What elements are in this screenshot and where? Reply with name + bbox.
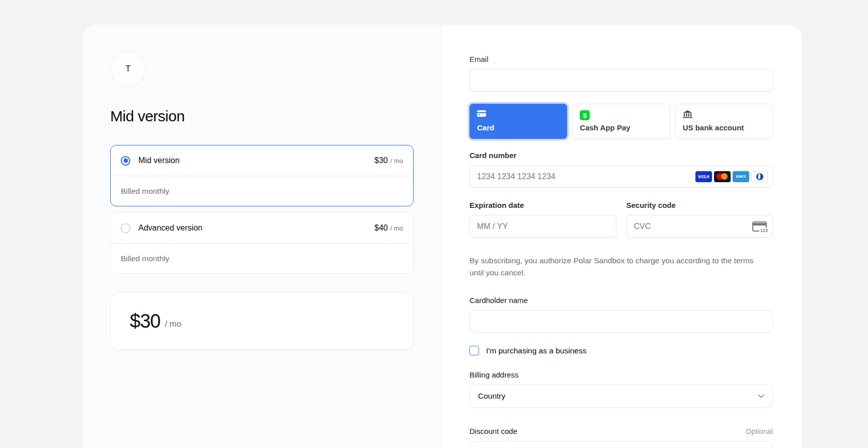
- price-options: Mid version $30 / mo Billed monthly Adva…: [110, 145, 414, 274]
- billing-note: Billed monthly: [111, 176, 413, 206]
- total-price-card: $30 / mo: [110, 292, 414, 350]
- cvc-card-icon: 123: [752, 221, 767, 232]
- bank-icon: [683, 110, 692, 118]
- option-price: $30: [374, 156, 388, 165]
- total-amount: $30: [130, 311, 160, 332]
- cardholder-name-input[interactable]: [469, 310, 773, 333]
- payment-method-tabs: Card $ Cash App Pay US bank account: [469, 104, 773, 139]
- amex-icon: AMEX: [733, 171, 749, 182]
- discount-code-label: Discount code: [469, 426, 517, 437]
- radio-unselected-icon[interactable]: [121, 223, 130, 233]
- product-panel: T Mid version Mid version $30 / mo Bille…: [82, 25, 442, 448]
- diners-icon: [751, 171, 768, 182]
- option-name: Advanced version: [138, 223, 202, 233]
- tab-us-bank-account[interactable]: US bank account: [675, 104, 773, 139]
- subscription-disclaimer: By subscribing, you authorize Polar Sand…: [469, 255, 754, 278]
- option-advanced-version[interactable]: Advanced version $40 / mo Billed monthly: [110, 212, 414, 274]
- option-interval: / mo: [390, 225, 403, 232]
- business-checkbox[interactable]: [469, 346, 479, 355]
- option-mid-version[interactable]: Mid version $30 / mo Billed monthly: [110, 145, 414, 206]
- security-code-label: Security code: [626, 200, 773, 211]
- expiration-input[interactable]: [469, 215, 616, 238]
- business-checkbox-label: I'm purchasing as a business: [486, 346, 586, 355]
- mastercard-icon: [714, 171, 731, 182]
- chevron-down-icon: [758, 394, 764, 398]
- option-interval: / mo: [390, 157, 403, 165]
- cvc-input[interactable]: [626, 215, 773, 238]
- email-label: Email: [469, 54, 773, 65]
- tab-card[interactable]: Card: [469, 104, 567, 139]
- tab-cash-app-pay[interactable]: $ Cash App Pay: [572, 104, 670, 139]
- option-name: Mid version: [138, 156, 180, 165]
- total-interval: / mo: [165, 319, 181, 329]
- product-title: Mid version: [110, 108, 414, 125]
- email-input[interactable]: [469, 69, 773, 92]
- checkout-card: T Mid version Mid version $30 / mo Bille…: [82, 25, 802, 448]
- visa-icon: VISA: [695, 171, 712, 182]
- country-select[interactable]: Country: [469, 385, 773, 408]
- option-price: $40: [374, 223, 388, 233]
- card-brand-icons: VISA AMEX: [695, 171, 768, 182]
- payment-panel: Email Card $ Cash App Pay: [442, 25, 802, 448]
- organization-avatar: T: [110, 51, 146, 87]
- avatar-letter: T: [125, 64, 130, 74]
- expiration-label: Expiration date: [469, 200, 616, 211]
- billing-note: Billed monthly: [111, 244, 413, 273]
- card-icon: [477, 110, 486, 117]
- country-select-value: Country: [478, 392, 505, 401]
- cash-app-icon: $: [580, 110, 590, 120]
- optional-badge: Optional: [746, 427, 773, 435]
- card-number-label: Card number: [469, 150, 773, 161]
- discount-code-input[interactable]: [469, 441, 773, 448]
- radio-selected-icon[interactable]: [121, 156, 130, 166]
- tab-us-bank-label: US bank account: [683, 123, 765, 132]
- tab-card-label: Card: [477, 123, 560, 132]
- tab-cash-app-label: Cash App Pay: [580, 123, 662, 132]
- cardholder-name-label: Cardholder name: [469, 295, 773, 306]
- billing-address-label: Billing address: [469, 369, 773, 381]
